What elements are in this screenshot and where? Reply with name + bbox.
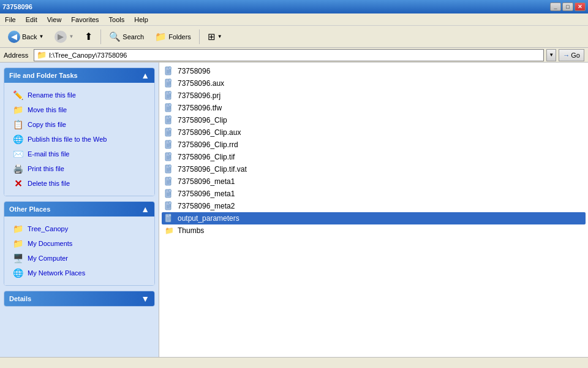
svg-rect-46 — [169, 177, 171, 180]
my-documents-icon: 📁 — [12, 237, 24, 250]
file-item[interactable]: 73758096.aux — [162, 77, 586, 90]
svg-rect-36 — [169, 153, 171, 155]
details-panel: Details ▼ — [4, 291, 155, 307]
print-file-item[interactable]: 🖨️ Print this file — [9, 161, 149, 176]
file-name: 73758096_Clip.tif.vat — [178, 165, 247, 174]
file-item[interactable]: 73758096_meta2 — [162, 200, 586, 212]
tasks-panel-header[interactable]: File and Folder Tasks ▲ — [4, 68, 154, 83]
menu-tools[interactable]: Tools — [107, 16, 127, 23]
file-item[interactable]: 73758096.tfw — [162, 102, 586, 114]
file-item[interactable]: 📁Thumbs — [162, 224, 586, 237]
move-file-item[interactable]: 📁 Move this file — [9, 102, 149, 117]
my-documents-label: My Documents — [28, 240, 72, 247]
svg-rect-16 — [169, 104, 171, 106]
file-name: 73758096_Clip.aux — [178, 128, 241, 137]
file-item[interactable]: 73758096_meta1 — [162, 175, 586, 188]
forward-icon: ▶ — [55, 31, 67, 43]
up-icon: ⬆ — [85, 31, 92, 42]
file-doc-icon — [164, 177, 174, 186]
file-doc-icon — [164, 201, 174, 211]
svg-rect-6 — [169, 79, 171, 82]
other-places-panel-toggle[interactable]: ▲ — [141, 204, 149, 214]
rename-icon: ✏️ — [12, 89, 24, 101]
address-folder-icon: 📁 — [37, 50, 47, 59]
go-arrow-icon: → — [563, 52, 570, 59]
file-item[interactable]: 73758096_meta1 — [162, 188, 586, 200]
file-doc-icon — [164, 164, 174, 174]
go-label: Go — [571, 52, 580, 59]
folders-button[interactable]: 📁 Folders — [151, 29, 195, 45]
window-title: 73758096 — [2, 3, 32, 10]
file-name: 73758096_meta1 — [178, 190, 235, 198]
file-item[interactable]: 73758096_Clip.aux — [162, 126, 586, 139]
copy-file-item[interactable]: 📋 Copy this file — [9, 117, 149, 132]
menu-help[interactable]: Help — [132, 16, 151, 23]
title-bar-left: 73758096 — [2, 3, 32, 10]
file-item[interactable]: 73758096_Clip.tif.vat — [162, 163, 586, 175]
address-input[interactable] — [49, 52, 541, 59]
details-panel-title: Details — [9, 295, 31, 302]
forward-dropdown-icon: ▼ — [69, 34, 74, 39]
folders-label: Folders — [168, 33, 191, 40]
menu-favorites[interactable]: Favorites — [69, 16, 101, 23]
details-panel-header[interactable]: Details ▼ — [4, 291, 154, 306]
file-name: output_parameters — [178, 214, 239, 223]
forward-button[interactable]: ▶ ▼ — [50, 28, 78, 45]
my-network-places-item[interactable]: 🌐 My Network Places — [9, 266, 149, 280]
search-button[interactable]: 🔍 Search — [105, 29, 148, 45]
file-item[interactable]: 73758096_Clip.tif — [162, 151, 586, 163]
file-name: 73758096_Clip.rrd — [178, 140, 238, 149]
search-label: Search — [123, 33, 144, 40]
svg-rect-21 — [169, 116, 171, 118]
my-documents-item[interactable]: 📁 My Documents — [9, 236, 149, 251]
file-item[interactable]: 73758096_Clip — [162, 114, 586, 126]
tree-canopy-item[interactable]: 📁 Tree_Canopy — [9, 221, 149, 236]
move-label: Move this file — [28, 106, 67, 113]
toolbar-sep-1 — [100, 29, 101, 44]
up-button[interactable]: ⬆ — [80, 28, 97, 45]
file-name: 73758096.tfw — [178, 104, 222, 112]
delete-file-item[interactable]: ✕ Delete this file — [9, 176, 149, 191]
menu-file[interactable]: File — [2, 16, 18, 23]
file-item[interactable]: 73758096.prj — [162, 90, 586, 102]
file-item[interactable]: 73758096 — [162, 65, 586, 77]
my-computer-item[interactable]: 🖥️ My Computer — [9, 251, 149, 266]
svg-rect-1 — [169, 67, 171, 69]
tasks-panel-toggle[interactable]: ▲ — [141, 71, 149, 80]
print-icon: 🖨️ — [12, 163, 24, 175]
address-dropdown-button[interactable]: ▼ — [546, 49, 556, 61]
svg-rect-61 — [169, 214, 171, 217]
title-bar: 73758096 _ □ ✕ — [0, 0, 588, 13]
svg-rect-56 — [169, 202, 171, 204]
email-file-item[interactable]: ✉️ E-mail this file — [9, 147, 149, 161]
svg-rect-51 — [169, 190, 171, 192]
other-places-panel: Other Places ▲ 📁 Tree_Canopy 📁 My Docume… — [4, 201, 155, 286]
file-doc-icon — [164, 140, 174, 150]
maximize-button[interactable]: □ — [562, 2, 573, 11]
rename-file-item[interactable]: ✏️ Rename this file — [9, 88, 149, 102]
my-network-places-icon: 🌐 — [12, 267, 24, 279]
views-button[interactable]: ⊞ ▼ — [203, 29, 227, 45]
views-dropdown-icon: ▼ — [217, 34, 222, 39]
menu-edit[interactable]: Edit — [23, 16, 40, 23]
other-places-panel-header[interactable]: Other Places ▲ — [4, 202, 154, 217]
tasks-panel-content: ✏️ Rename this file 📁 Move this file 📋 C… — [4, 83, 154, 196]
toolbar-sep-2 — [199, 29, 200, 44]
tree-canopy-label: Tree_Canopy — [28, 225, 68, 232]
file-item[interactable]: 73758096_Clip.rrd — [162, 139, 586, 151]
menu-view[interactable]: View — [45, 16, 64, 23]
go-button[interactable]: → Go — [559, 49, 584, 61]
email-icon: ✉️ — [12, 148, 24, 160]
file-item[interactable]: output_parameters — [162, 212, 586, 224]
file-list-area[interactable]: 7375809673758096.aux73758096.prj73758096… — [159, 63, 588, 357]
svg-rect-41 — [169, 165, 171, 167]
file-doc-icon — [164, 91, 174, 101]
minimize-button[interactable]: _ — [550, 2, 561, 11]
file-name: 73758096.prj — [178, 91, 221, 100]
back-button[interactable]: ◀ Back ▼ — [4, 28, 48, 45]
file-name: 73758096 — [178, 67, 210, 75]
my-computer-icon: 🖥️ — [12, 252, 24, 264]
details-panel-toggle[interactable]: ▼ — [141, 294, 149, 304]
publish-file-item[interactable]: 🌐 Publish this file to the Web — [9, 132, 149, 147]
close-button[interactable]: ✕ — [575, 2, 586, 11]
